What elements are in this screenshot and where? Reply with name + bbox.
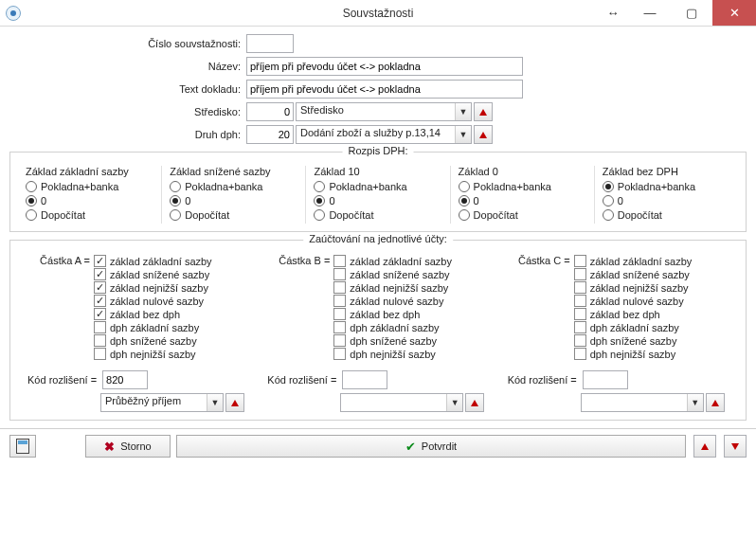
checkbox-icon [333, 268, 346, 280]
kod-rozliseni-input[interactable] [583, 370, 628, 389]
maximize-button[interactable]: ▢ [671, 0, 712, 26]
text-dokladu-input[interactable] [246, 80, 523, 99]
castka-item[interactable]: základ snížené sazby [574, 268, 729, 280]
vat-option[interactable]: 0 [459, 195, 586, 207]
cislo-input[interactable] [246, 34, 294, 53]
stredisko-label: Středisko: [9, 106, 246, 117]
kod-rozliseni-lookup-button[interactable] [465, 393, 484, 412]
castka-item-label: dph snížené sazby [590, 335, 677, 347]
stredisko-combo[interactable]: Středisko ▼ [296, 102, 472, 121]
kod-rozliseni-combo[interactable]: ▼ [581, 393, 704, 412]
kod-rozliseni-label: Kód rozlišení = [267, 374, 342, 386]
nazev-input[interactable] [246, 57, 523, 76]
zauctovani-legend: Zaúčtování na jednotlivé účty: [303, 233, 453, 244]
vat-option[interactable]: 0 [603, 195, 730, 207]
radio-icon [26, 195, 37, 207]
castka-item[interactable]: základ nulové sazby [94, 295, 248, 307]
vat-option[interactable]: 0 [26, 195, 153, 207]
castka-item[interactable]: základ nejnižší sazby [94, 281, 248, 294]
castka-item[interactable]: základ základní sazby [574, 255, 729, 267]
castka-item[interactable]: dph snížené sazby [574, 334, 729, 347]
castka-item[interactable]: dph snížené sazby [333, 334, 488, 347]
stredisko-lookup-button[interactable] [474, 102, 493, 121]
castka-item[interactable]: dph základní sazby [94, 321, 248, 333]
castka-item[interactable]: základ základní sazby [333, 255, 488, 267]
castka-item[interactable]: dph základní sazby [333, 321, 488, 333]
vat-option[interactable]: 0 [314, 195, 441, 207]
vat-option[interactable]: Dopočítat [459, 209, 586, 221]
castka-item[interactable]: základ nulové sazby [574, 295, 729, 307]
castka-label: Částka B = [267, 254, 333, 266]
chevron-down-icon: ▼ [687, 394, 703, 411]
castka-label: Částka A = [27, 254, 94, 266]
vat-option[interactable]: 0 [170, 195, 297, 207]
kod-rozliseni-label: Kód rozlišení = [27, 374, 102, 386]
kod-rozliseni-lookup-button[interactable] [706, 393, 725, 412]
vat-option[interactable]: Dopočítat [603, 209, 730, 221]
castka-item[interactable]: základ bez dph [94, 308, 248, 320]
radio-icon [170, 181, 181, 192]
castka-item-label: dph snížené sazby [350, 335, 437, 347]
window-controls: ↔ — ▢ ✕ [597, 0, 756, 26]
castka-item[interactable]: dph základní sazby [574, 321, 729, 333]
checkbox-icon [574, 255, 586, 267]
vat-option-label: Dopočítat [41, 209, 85, 221]
vat-option-label: Pokladna+banka [474, 181, 551, 192]
confirm-icon: ✔ [405, 440, 416, 454]
castka-item[interactable]: dph nejnižší sazby [333, 348, 488, 360]
vat-option[interactable]: Dopočítat [314, 209, 441, 221]
vat-option[interactable]: Pokladna+banka [459, 181, 586, 192]
castka-item[interactable]: základ nejnižší sazby [333, 281, 488, 294]
castka-item[interactable]: dph snížené sazby [94, 334, 248, 347]
radio-icon [459, 209, 470, 221]
checkbox-icon [94, 295, 106, 307]
checkbox-icon [333, 308, 346, 320]
druh-dph-combo[interactable]: Dodání zboží a služby p.13,14 ▼ [296, 125, 472, 144]
kod-rozliseni-combo[interactable]: Průběžný příjem▼ [100, 393, 224, 412]
kod-rozliseni-input[interactable] [102, 370, 148, 389]
stredisko-code-input[interactable] [246, 102, 294, 121]
vat-option-label: 0 [474, 195, 479, 207]
vat-option-label: Pokladna+banka [618, 181, 695, 192]
castka-item-label: základ nulové sazby [110, 296, 204, 307]
vat-option[interactable]: Pokladna+banka [603, 181, 730, 192]
storno-button[interactable]: ✖ Storno [85, 435, 171, 458]
kod-rozliseni-input[interactable] [342, 370, 387, 389]
castka-item[interactable]: dph nejnižší sazby [574, 348, 729, 360]
next-record-button[interactable] [724, 435, 747, 458]
druh-dph-lookup-button[interactable] [474, 125, 493, 144]
checkbox-icon [333, 348, 346, 360]
vat-option-label: Dopočítat [329, 209, 373, 221]
kod-rozliseni-combo[interactable]: ▼ [340, 393, 463, 412]
vat-option[interactable]: Pokladna+banka [26, 181, 153, 192]
vat-option[interactable]: Pokladna+banka [170, 181, 297, 192]
castka-item[interactable]: základ bez dph [333, 308, 488, 320]
move-window-icon[interactable]: ↔ [597, 0, 629, 26]
castka-item-label: dph snížené sazby [110, 335, 197, 347]
castka-item-label: dph nejnižší sazby [350, 349, 436, 360]
vat-column-header: Základ 10 [314, 166, 441, 177]
vat-option-label: Dopočítat [185, 209, 229, 221]
radio-icon [26, 181, 37, 192]
form-content: Číslo souvstažnosti: Název: Text dokladu… [0, 27, 756, 422]
minimize-button[interactable]: — [629, 0, 671, 26]
castka-item[interactable]: dph nejnižší sazby [94, 348, 248, 360]
castka-item[interactable]: základ snížené sazby [333, 268, 488, 280]
castka-item[interactable]: základ nulové sazby [333, 295, 488, 307]
vat-column: Základ snížené sazbyPokladna+banka0Dopoč… [162, 166, 306, 224]
druh-dph-combo-text: Dodání zboží a služby p.13,14 [297, 126, 455, 143]
calculator-button[interactable] [9, 435, 36, 458]
castka-item[interactable]: základ nejnižší sazby [574, 281, 729, 294]
vat-option[interactable]: Dopočítat [26, 209, 153, 221]
druh-dph-code-input[interactable] [246, 125, 294, 144]
kod-rozliseni-lookup-button[interactable] [225, 393, 244, 412]
castka-item[interactable]: základ bez dph [574, 308, 729, 320]
castka-item[interactable]: základ snížené sazby [94, 268, 248, 280]
vat-option[interactable]: Pokladna+banka [314, 181, 441, 192]
castka-item[interactable]: základ základní sazby [94, 255, 248, 267]
prev-record-button[interactable] [693, 435, 716, 458]
close-button[interactable]: ✕ [712, 0, 756, 26]
potvrdit-button[interactable]: ✔ Potvrdit [176, 435, 686, 458]
vat-option[interactable]: Dopočítat [170, 209, 297, 221]
radio-icon [170, 209, 181, 221]
